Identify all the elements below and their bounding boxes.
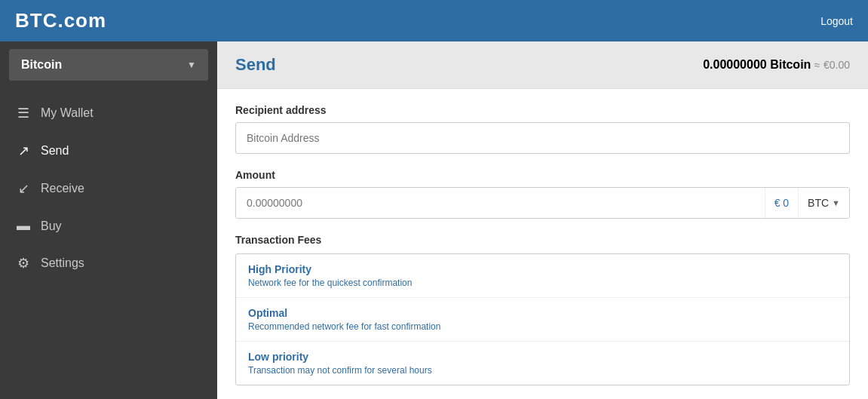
receive-icon: ↙ (15, 180, 32, 197)
wallet-icon: ☰ (15, 105, 32, 121)
send-icon: ↗ (15, 143, 32, 159)
fee-option-high[interactable]: High Priority Network fee for the quicke… (236, 254, 849, 298)
fees-options-box: High Priority Network fee for the quicke… (235, 253, 850, 385)
chevron-down-icon: ▼ (187, 60, 196, 70)
balance-approx: ≈ (814, 59, 820, 71)
fee-option-low[interactable]: Low priority Transaction may not confirm… (236, 342, 849, 385)
fees-label: Transaction Fees (235, 234, 850, 246)
sidebar-item-label: Buy (41, 219, 62, 233)
main-layout: Bitcoin ▼ ☰ My Wallet ↗ Send ↙ Receive ▬… (0, 41, 868, 399)
amount-input-wrapper: € 0 BTC ▼ (235, 187, 850, 219)
logout-button[interactable]: Logout (820, 15, 853, 27)
amount-field-group: Amount € 0 BTC ▼ (235, 169, 850, 219)
currency-dropdown[interactable]: BTC ▼ (798, 188, 849, 218)
app-header: BTC.com Logout (0, 0, 868, 41)
buy-icon: ▬ (15, 218, 32, 234)
amount-fiat-display: € 0 (765, 188, 798, 218)
content-body: Recipient address Amount € 0 BTC ▼ Trans… (217, 89, 868, 399)
fee-low-title: Low priority (248, 351, 837, 363)
sidebar-item-send[interactable]: ↗ Send (0, 132, 217, 170)
sidebar: Bitcoin ▼ ☰ My Wallet ↗ Send ↙ Receive ▬… (0, 41, 217, 399)
fee-optimal-title: Optimal (248, 307, 837, 319)
content-header: Send 0.00000000 Bitcoin ≈ €0.00 (217, 41, 868, 89)
amount-input[interactable] (236, 188, 765, 218)
recipient-address-input[interactable] (235, 122, 850, 154)
fees-field-group: Transaction Fees High Priority Network f… (235, 234, 850, 385)
fee-option-optimal[interactable]: Optimal Recommended network fee for fast… (236, 298, 849, 342)
sidebar-item-receive[interactable]: ↙ Receive (0, 170, 217, 207)
sidebar-nav: ☰ My Wallet ↗ Send ↙ Receive ▬ Buy ⚙ Set… (0, 88, 217, 288)
sidebar-currency-dropdown[interactable]: Bitcoin ▼ (9, 49, 208, 81)
sidebar-item-label: Settings (41, 256, 84, 270)
balance-amount: 0.00000000 Bitcoin (703, 58, 811, 71)
sidebar-item-my-wallet[interactable]: ☰ My Wallet (0, 94, 217, 132)
currency-label: BTC (808, 197, 829, 209)
settings-icon: ⚙ (15, 255, 32, 272)
fee-high-title: High Priority (248, 263, 837, 275)
page-title: Send (235, 55, 276, 75)
recipient-label: Recipient address (235, 104, 850, 116)
balance-display: 0.00000000 Bitcoin ≈ €0.00 (703, 58, 850, 72)
sidebar-item-label: Receive (41, 182, 84, 195)
recipient-field-group: Recipient address (235, 104, 850, 154)
main-content: Send 0.00000000 Bitcoin ≈ €0.00 Recipien… (217, 41, 868, 399)
balance-fiat: €0.00 (824, 59, 850, 71)
app-logo: BTC.com (15, 9, 106, 32)
fee-low-desc: Transaction may not confirm for several … (248, 365, 837, 376)
sidebar-item-label: My Wallet (41, 106, 94, 120)
amount-label: Amount (235, 169, 850, 181)
sidebar-currency-label: Bitcoin (21, 58, 62, 72)
sidebar-item-buy[interactable]: ▬ Buy (0, 207, 217, 244)
sidebar-item-settings[interactable]: ⚙ Settings (0, 244, 217, 282)
fee-optimal-desc: Recommended network fee for fast confirm… (248, 321, 837, 332)
currency-dropdown-arrow: ▼ (832, 198, 840, 207)
fee-high-desc: Network fee for the quickest confirmatio… (248, 278, 837, 288)
sidebar-item-label: Send (41, 144, 69, 158)
